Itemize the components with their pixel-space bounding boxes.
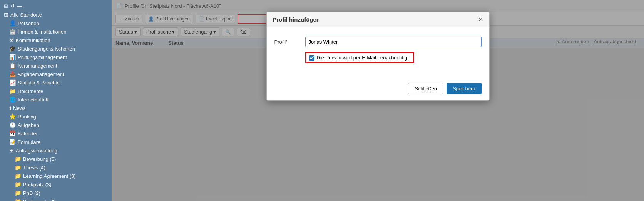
sidebar-icon-dokumente: 📁: [9, 88, 16, 94]
modal-header: Profil hinzufügen ✕: [267, 12, 489, 27]
sidebar-icon-formulare: 📝: [9, 139, 16, 145]
sidebar-label-studiengaenge: Studiengänge & Kohorten: [18, 46, 75, 52]
email-notification-label: Die Person wird per E-Mail benachrichtig…: [317, 55, 410, 61]
sidebar-label-news: News: [13, 105, 26, 111]
sidebar-item-kursmanagement[interactable]: 📋 Kursmanagement: [0, 61, 112, 70]
sidebar-label-kalender: Kalender: [18, 131, 38, 137]
sidebar-item-kommunikation[interactable]: ✉ Kommunikation: [0, 36, 112, 44]
sidebar-icon-studiengaenge: 🎓: [9, 46, 16, 52]
sidebar-item-formulare[interactable]: 📝 Formulare: [0, 138, 112, 146]
sidebar-icon-bewerbung: 📁: [15, 156, 21, 162]
sidebar-icon-kommunikation: ✉: [9, 37, 14, 43]
sidebar-item-kalender[interactable]: 📅 Kalender: [0, 129, 112, 138]
sidebar-label-formulare: Formulare: [18, 139, 40, 145]
sidebar-label-dozierende: Dozierende (1): [23, 199, 56, 201]
sidebar-item-alle-standorte[interactable]: ⊞ Alle Standorte: [0, 10, 112, 19]
modal-footer: Schließen Speichern: [267, 78, 489, 100]
grid-icon[interactable]: ⊞: [4, 3, 8, 9]
sidebar-label-bewerbung: Bewerbung (5): [23, 156, 56, 162]
main-content: 📄 Profile für "Stellplatz Nord - Fläche …: [112, 0, 644, 201]
sidebar-label-aufgaben: Aufgaben: [18, 122, 39, 128]
sidebar-icon-alle-standorte: ⊞: [4, 12, 8, 18]
sidebar: ⊞ ↺ — ⊞ Alle Standorte👤 Personen🏢 Firmen…: [0, 0, 112, 201]
sidebar-label-internetauftritt: Internetauftritt: [18, 97, 49, 103]
sidebar-icon-pruefungsmanagement: 📊: [9, 54, 16, 60]
sidebar-icon-kalender: 📅: [9, 130, 16, 137]
sidebar-label-pruefungsmanagement: Prüfungsmanagement: [18, 54, 67, 60]
sidebar-icon-learning: 📁: [15, 173, 21, 179]
sidebar-icon-kursmanagement: 📋: [9, 62, 16, 69]
sidebar-icon-antragsverwaltung: ⊞: [9, 147, 14, 154]
profil-field-row: Profil*: [274, 37, 482, 47]
sidebar-icon-dozierende: 📁: [15, 198, 21, 201]
email-notification-row: Die Person wird per E-Mail benachrichtig…: [305, 52, 482, 63]
sidebar-label-parkplatz: Parkplatz (3): [23, 182, 52, 187]
modal-close-button[interactable]: ✕: [478, 16, 483, 23]
sidebar-label-personen: Personen: [18, 20, 39, 26]
modal-overlay: Profil hinzufügen ✕ Profil* Die Person w…: [112, 0, 644, 201]
sidebar-item-ranking[interactable]: ⭐ Ranking: [0, 112, 112, 121]
refresh-icon[interactable]: ↺: [10, 3, 15, 9]
sidebar-icon-statistik: 📈: [9, 79, 16, 86]
modal-title: Profil hinzufügen: [273, 16, 320, 23]
sidebar-item-firmen[interactable]: 🏢 Firmen & Institutionen: [0, 27, 112, 36]
sidebar-icon-abgabemanagement: 📥: [9, 71, 16, 77]
sidebar-label-statistik: Statistik & Berichte: [18, 80, 60, 86]
sidebar-item-statistik[interactable]: 📈 Statistik & Berichte: [0, 78, 112, 87]
sidebar-icon-personen: 👤: [9, 20, 16, 26]
sidebar-item-personen[interactable]: 👤 Personen: [0, 19, 112, 27]
sidebar-item-abgabemanagement[interactable]: 📥 Abgabemanagement: [0, 70, 112, 78]
sidebar-icon-parkplatz: 📁: [15, 181, 21, 187]
sidebar-item-pruefungsmanagement[interactable]: 📊 Prüfungsmanagement: [0, 53, 112, 61]
sidebar-item-parkplatz[interactable]: 📁 Parkplatz (3): [0, 180, 112, 189]
sidebar-label-phd: PhD (2): [23, 190, 40, 196]
sidebar-item-thesis[interactable]: 📁 Thesis (4): [0, 163, 112, 172]
minus-icon[interactable]: —: [17, 3, 22, 9]
sidebar-label-firmen: Firmen & Institutionen: [18, 29, 66, 35]
sidebar-icon-firmen: 🏢: [9, 29, 16, 35]
sidebar-label-antragsverwaltung: Antragsverwaltung: [16, 148, 57, 154]
sidebar-item-dozierende[interactable]: 📁 Dozierende (1): [0, 197, 112, 201]
sidebar-icon-ranking: ⭐: [9, 113, 16, 120]
checkbox-container: Die Person wird per E-Mail benachrichtig…: [305, 52, 414, 63]
close-button[interactable]: Schließen: [408, 83, 443, 94]
sidebar-icon-thesis: 📁: [15, 164, 21, 171]
sidebar-label-learning: Learning Agreement (3): [23, 173, 76, 179]
modal-body: Profil* Die Person wird per E-Mail benac…: [267, 27, 489, 78]
profil-input[interactable]: [305, 37, 482, 47]
sidebar-label-abgabemanagement: Abgabemanagement: [18, 71, 64, 77]
sidebar-item-news[interactable]: ℹ News: [0, 104, 112, 112]
sidebar-item-bewerbung[interactable]: 📁 Bewerbung (5): [0, 155, 112, 163]
sidebar-label-dokumente: Dokumente: [18, 88, 43, 94]
modal-dialog: Profil hinzufügen ✕ Profil* Die Person w…: [266, 12, 490, 101]
sidebar-label-alle-standorte: Alle Standorte: [10, 12, 42, 18]
sidebar-icon-internetauftritt: 🌐: [9, 96, 16, 103]
sidebar-item-studiengaenge[interactable]: 🎓 Studiengänge & Kohorten: [0, 44, 112, 53]
sidebar-icon-aufgaben: 🕐: [9, 122, 16, 128]
profil-label: Profil*: [274, 39, 305, 45]
sidebar-nav: ⊞ Alle Standorte👤 Personen🏢 Firmen & Ins…: [0, 10, 112, 201]
sidebar-label-kommunikation: Kommunikation: [16, 37, 50, 43]
sidebar-label-kursmanagement: Kursmanagement: [18, 63, 57, 69]
sidebar-icon-news: ℹ: [9, 105, 11, 111]
sidebar-item-dokumente[interactable]: 📁 Dokumente: [0, 87, 112, 95]
sidebar-label-ranking: Ranking: [18, 114, 36, 120]
email-notification-checkbox[interactable]: [309, 55, 314, 61]
sidebar-item-learning[interactable]: 📁 Learning Agreement (3): [0, 172, 112, 180]
save-button[interactable]: Speichern: [447, 83, 482, 94]
sidebar-item-internetauftritt[interactable]: 🌐 Internetauftritt: [0, 95, 112, 104]
sidebar-item-aufgaben[interactable]: 🕐 Aufgaben: [0, 121, 112, 129]
sidebar-icon-phd: 📁: [15, 190, 21, 196]
sidebar-top-icons: ⊞ ↺ —: [0, 2, 112, 10]
sidebar-item-antragsverwaltung[interactable]: ⊞ Antragsverwaltung: [0, 146, 112, 155]
sidebar-item-phd[interactable]: 📁 PhD (2): [0, 189, 112, 197]
sidebar-label-thesis: Thesis (4): [23, 165, 45, 171]
